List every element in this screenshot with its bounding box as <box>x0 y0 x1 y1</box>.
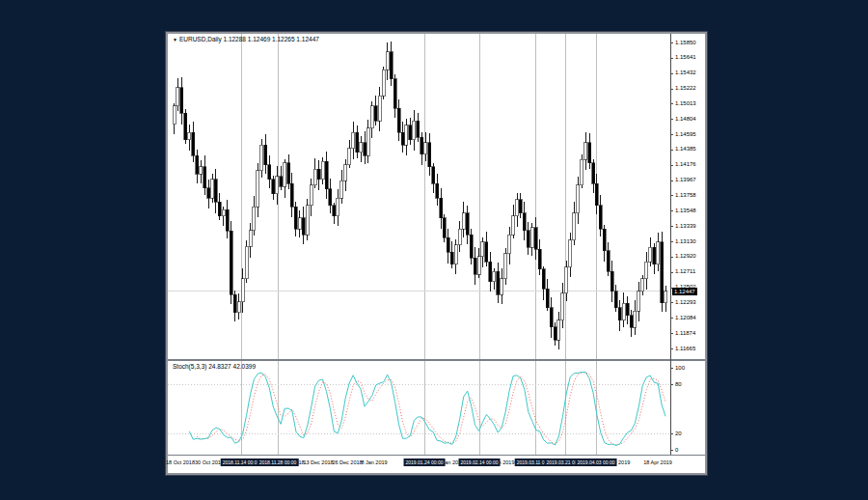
candle-bull <box>188 132 191 140</box>
candle-bull <box>637 292 640 311</box>
candle-bull <box>481 242 484 257</box>
candle-bear <box>523 213 526 231</box>
candle-bull <box>458 229 461 245</box>
price-axis-label: 1.13967 <box>675 177 696 182</box>
price-axis-label: 1.14176 <box>675 161 696 167</box>
candle-bull <box>557 320 560 340</box>
stoch-axis-label: 80 <box>675 381 682 387</box>
chart-title-bar: ▼EURUSD,Daily 1.12288 1.12469 1.12265 1.… <box>173 36 319 42</box>
price-axis-label: 1.14804 <box>675 116 696 122</box>
price-axis-label: 1.15850 <box>675 40 696 45</box>
price-axis-label: 1.12084 <box>675 315 696 320</box>
candle-bear <box>440 198 443 217</box>
date-axis[interactable]: 18 Oct 201830 Oct 201829 Nov 201813 Dec … <box>168 456 705 473</box>
candle-bear <box>428 143 431 167</box>
candle-bear <box>268 165 271 180</box>
candle-bull <box>245 246 248 278</box>
chevron-down-icon[interactable]: ▼ <box>173 37 177 42</box>
candle-bear <box>519 200 522 213</box>
panel-separator <box>168 359 705 361</box>
candle-bull <box>340 181 343 198</box>
candle-bear <box>184 113 187 139</box>
date-axis-label: 18 Apr 2019 <box>643 459 672 465</box>
candle-bear <box>333 206 336 216</box>
candle-bull <box>321 161 324 179</box>
candle-bull <box>405 125 408 145</box>
date-axis-label: 8 Jan 2019 <box>361 459 387 465</box>
candle-bull <box>237 302 240 313</box>
candle-bear <box>180 88 183 114</box>
candle-bull <box>348 149 351 165</box>
candle-bull <box>649 247 652 262</box>
price-axis-label: 1.12711 <box>675 268 695 274</box>
candle-bear <box>497 271 500 294</box>
candle-bear <box>443 218 446 237</box>
price-axis-label: 1.15013 <box>675 100 696 106</box>
date-axis-label: 26 Dec 2018 <box>332 459 362 465</box>
candle-bull <box>360 143 363 153</box>
candle-bear <box>614 292 617 308</box>
candle-bear <box>653 247 656 264</box>
price-axis-label: 1.11665 <box>675 346 695 351</box>
candle-bull <box>424 143 427 154</box>
candle-bull <box>352 132 355 149</box>
candle-bear <box>450 252 453 264</box>
candle-bull <box>645 262 648 278</box>
candle-bear <box>661 242 664 303</box>
candle-bull <box>222 209 225 215</box>
candle-bull <box>573 213 576 240</box>
current-price-tag: 1.12447 <box>672 288 697 295</box>
candle-bull <box>569 240 572 267</box>
candle-bull <box>382 69 385 96</box>
candle-bear <box>489 262 492 281</box>
candle-bull <box>561 293 564 320</box>
candle-bear <box>264 145 267 164</box>
candle-bear <box>474 258 476 274</box>
candle-bull <box>337 198 339 215</box>
candle-bull <box>276 177 279 194</box>
desktop-background: { "window": { "title": { "arrow": "▼", "… <box>0 0 868 500</box>
candle-bull <box>413 121 416 140</box>
candle-bull <box>257 171 259 208</box>
candle-bull <box>241 279 244 302</box>
price-axis-label: 1.13130 <box>675 238 696 244</box>
candle-bear <box>470 235 473 258</box>
candle-bull <box>260 145 263 171</box>
candle-bear <box>325 161 328 188</box>
candle-bear <box>290 183 293 207</box>
candle-bull <box>366 128 369 156</box>
price-axis-label: 1.14385 <box>675 146 696 152</box>
candle-bear <box>603 229 606 251</box>
date-axis-label: 18 Oct 2018 <box>166 459 195 465</box>
candle-bull <box>634 311 637 327</box>
price-axis-label: 1.15222 <box>675 85 696 91</box>
stoch-k-line <box>189 373 665 446</box>
price-axis[interactable]: 1.158501.156411.154321.152221.150131.148… <box>670 34 705 455</box>
candle-bull <box>493 271 496 282</box>
candle-bull <box>577 185 580 213</box>
candle-bull <box>641 279 644 292</box>
candle-bear <box>527 231 529 247</box>
candle-bear <box>618 308 621 320</box>
price-axis-label: 1.13548 <box>675 208 696 213</box>
date-axis-label: 13 Dec 2018 <box>303 459 333 465</box>
candle-bull <box>310 185 312 206</box>
candle-bear <box>447 237 449 252</box>
candle-bear <box>390 52 393 79</box>
candle-bear <box>630 316 633 328</box>
candle-bull <box>477 257 480 274</box>
candle-bull <box>504 254 507 279</box>
candle-bull <box>454 245 457 264</box>
chart-window: ▼EURUSD,Daily 1.12288 1.12469 1.12265 1.… <box>166 32 707 475</box>
candle-bear <box>230 231 232 294</box>
candle-bear <box>233 294 236 312</box>
candle-bull <box>378 96 381 121</box>
date-marker-box: 2018.11.28 00:00 <box>258 458 299 466</box>
candle-bear <box>432 167 435 183</box>
chart-canvas[interactable] <box>168 34 705 473</box>
candle-bear <box>294 207 297 229</box>
candle-bull <box>176 88 179 106</box>
candle-bear <box>329 189 332 206</box>
candle-bull <box>298 218 301 229</box>
price-axis-label: 1.11874 <box>675 330 695 336</box>
